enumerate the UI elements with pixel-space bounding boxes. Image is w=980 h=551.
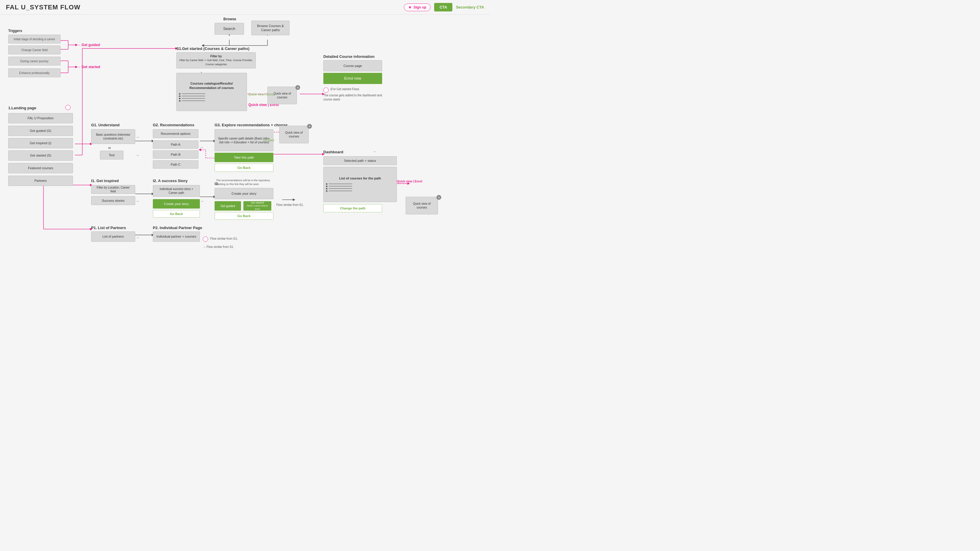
repo-note: The recommendations will be in the repos… [216, 179, 275, 186]
x-close-s1[interactable]: ✕ [296, 85, 300, 90]
filter-text: Filter by Filter by Career field -> Sub … [179, 54, 253, 66]
s1-label: S1.Get started (Courses & Career paths) [177, 46, 250, 51]
partners-box: Partners [8, 176, 73, 186]
i1-i2-arrow: → [136, 199, 139, 203]
get-inspired-i[interactable]: Get Inspired (I) [8, 138, 73, 148]
star-icon: ★ [408, 5, 412, 10]
catalogue-box: Courses catalogue/Results/ Recommendatio… [177, 73, 247, 111]
g3-take-path[interactable]: Take this path [215, 153, 274, 162]
g1-arrow1: → [136, 135, 139, 139]
quick-view-dashboard: Quick view of courses [406, 197, 438, 214]
course-page-box: Course page [323, 60, 382, 71]
i2-individual: Individual success story + Career path [153, 185, 200, 197]
course-added-desc: The course gets added to the dashboard a… [323, 94, 382, 102]
g1-test: Test [100, 151, 124, 159]
p1-p2-arrow: → [136, 235, 139, 240]
browse-label: Browse [223, 17, 236, 21]
header-actions: ★ Sign up CTA Secondary CTA [404, 3, 484, 11]
dashboard-arrow-left: ← [373, 150, 377, 153]
dashboard-quick-view-enrol[interactable]: Quick view | Enrol [397, 180, 422, 183]
detailed-course-label: Detailed Course information [323, 54, 374, 59]
g2-g3-arrow: → [200, 145, 204, 149]
browse-courses-box[interactable]: Browse Courses & Career paths [251, 21, 290, 35]
get-started-s[interactable]: Get started (S) [8, 150, 73, 160]
p1-label: P1. List of Partners [91, 225, 126, 230]
i2-i3-arrow: → [200, 199, 204, 203]
x-close-g3[interactable]: ✕ [307, 124, 312, 129]
g1-arrow2: → [136, 153, 139, 157]
p2-individual: Individual partner + courses [153, 232, 200, 242]
p2-star [203, 237, 208, 242]
landing-star [65, 105, 70, 110]
g1-basic-questions: Basic questions (interests/ constraints … [91, 129, 135, 144]
for-get-started-label: (For Get started Flow) [330, 87, 359, 91]
header: FAL U_SYSTEM FLOW ★ Sign up CTA Secondar… [0, 0, 490, 15]
i3-get-guided[interactable]: Get guided [215, 201, 241, 211]
trigger-change: Change Career field [8, 46, 60, 54]
fal-proposition: FAL U Proposition [8, 113, 73, 123]
g3-go-back[interactable]: Go Back [215, 164, 274, 172]
catalogue-bullets [179, 92, 244, 103]
dashboard-label: Dashboard [323, 150, 343, 154]
triggers-label: Triggers [8, 29, 22, 33]
i1-success-stories: Success stories [91, 196, 135, 205]
trigger-initial: Initial stage of deciding a career [8, 35, 60, 43]
g2-path-c[interactable]: Path C [153, 160, 199, 168]
i3-create-story: Create your story [215, 188, 274, 199]
g2-path-b[interactable]: Path B [153, 150, 199, 159]
get-started-label: → Get started [77, 65, 100, 69]
i3-get-started[interactable]: Get started Select career field & level [243, 201, 271, 211]
g1-or: or [108, 146, 111, 149]
i3-go-back[interactable]: Go Back [215, 212, 274, 220]
i1-filter: Filter by Location, Career field [91, 185, 135, 194]
trigger-during: During career journey [8, 57, 60, 65]
dashboard-bullets [326, 183, 394, 193]
enrol-now-box[interactable]: Enrol now [323, 73, 382, 84]
g3-label: G3. Explore recommendations + choose [215, 123, 288, 127]
arrow-right-p2: → [203, 245, 207, 248]
p1-list: List of partners [91, 232, 135, 242]
filter-box: Filter by Filter by Career field -> Sub … [177, 52, 256, 68]
secondary-cta-button[interactable]: Secondary CTA [456, 5, 484, 10]
featured-courses: Featured courses [8, 163, 73, 173]
signup-button[interactable]: ★ Sign up [404, 3, 431, 11]
g3-quick-view[interactable]: Go Back [263, 139, 274, 142]
trigger-enhance: Enhance professionally [8, 68, 60, 77]
list-courses-box: List of courses for the path [323, 167, 397, 202]
g2-path-a[interactable]: Path A [153, 140, 199, 149]
star-for-get-started [323, 87, 329, 93]
i2-label: I2. A success Story [153, 179, 188, 183]
i1-label: I1. Get inspired [91, 179, 119, 183]
s1-quick-view-link[interactable]: Quick view | Enrol [248, 92, 274, 96]
x-close-dashboard[interactable]: ✕ [436, 195, 441, 200]
cta-button[interactable]: CTA [434, 3, 452, 11]
selected-path-box: Selected path + status [323, 156, 397, 165]
landing-label: 1.Landing page [8, 106, 36, 110]
g2-label: G2. Recommendations [153, 123, 194, 127]
i2-create-story[interactable]: Create your story [153, 199, 200, 208]
search-box[interactable]: Search [215, 23, 244, 35]
change-path-box[interactable]: Change the path [323, 204, 382, 212]
signup-label: Sign up [413, 5, 426, 10]
g1-label: G1. Understand [91, 123, 119, 127]
get-guided-label: → Get guided [77, 43, 100, 47]
p2-label: P2. Individual Partner Page [153, 225, 202, 230]
quick-view-g3: Quick view of courses [279, 126, 309, 143]
get-guided-g[interactable]: Get guided (G) [8, 126, 73, 136]
g2-recommend: Recommend options [153, 129, 199, 138]
list-courses-label: List of courses for the path [326, 176, 394, 180]
p2-flow-s1: → Flow similar from S1. [203, 245, 234, 248]
i3-flow-s1: Flow similar from S1. [276, 203, 304, 206]
main-canvas: Triggers Initial stage of deciding a car… [0, 15, 490, 273]
page-title: FAL U_SYSTEM FLOW [6, 3, 81, 11]
p2-flow-g1: Flow similar from G1. [210, 237, 238, 240]
i2-go-back[interactable]: Go Back [153, 210, 200, 218]
catalogue-label: Courses catalogue/Results/ Recommendatio… [179, 81, 244, 90]
